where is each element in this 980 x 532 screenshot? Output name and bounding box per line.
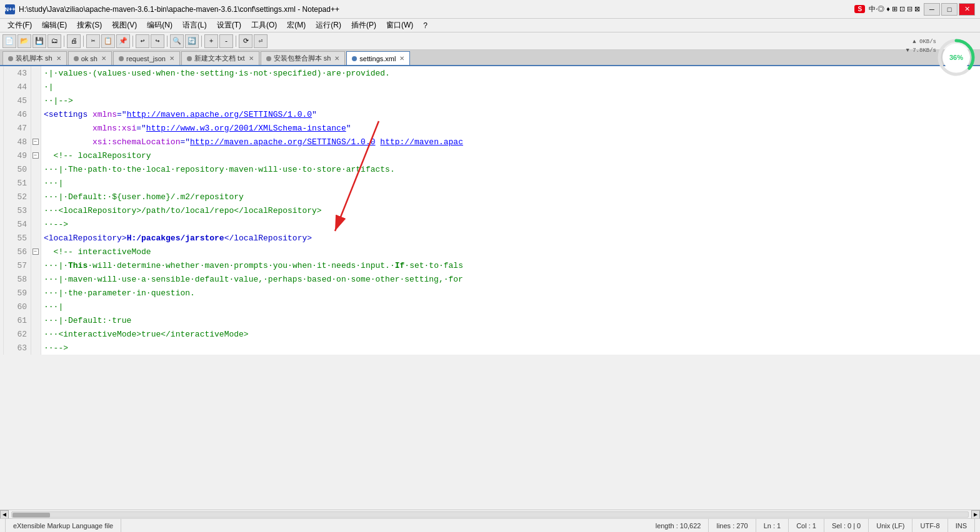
code-line-50: ···|·The·path·to·the·local·repository·ma… (41, 162, 980, 176)
line-url-47: http://www.w3.org/2001/XMLSchema-instanc… (146, 124, 346, 133)
new-button[interactable]: 📄 (2, 34, 16, 48)
line-attr-46: xmlns (92, 110, 117, 119)
line-text-50: ···|·The·path·to·the·local·repository·ma… (44, 165, 395, 174)
tab-settings[interactable]: settings.xml ✕ (346, 51, 410, 65)
line-url2-48 (376, 137, 381, 147)
save-all-button[interactable]: 🗂 (48, 34, 61, 48)
tab-close[interactable]: ✕ (334, 55, 339, 62)
fold-gutter: − − − (31, 66, 41, 355)
line-text-54: ··--> (44, 220, 68, 229)
tab-icon (187, 56, 192, 61)
tab-newfile[interactable]: 新建文本文档 txt ✕ (181, 51, 259, 65)
fold-48[interactable]: − (31, 135, 41, 149)
redo-button[interactable]: ↪ (151, 34, 164, 48)
window-controls[interactable]: ─ □ ✕ (924, 3, 975, 16)
menu-macro[interactable]: 宏(M) (282, 19, 311, 32)
tab-close[interactable]: ✕ (56, 55, 61, 62)
line-url-48: http://maven.apache.org/SETTINGS/1.0.0 (190, 137, 375, 147)
copy-button[interactable]: 📋 (101, 34, 115, 48)
tabbar: 装机脚本 sh ✕ ok sh ✕ request_json ✕ 新建文本文档 … (0, 50, 980, 66)
menu-run[interactable]: 运行(R) (311, 19, 346, 32)
code-line-49: <!-- localRepository (41, 149, 980, 162)
menu-plugin[interactable]: 插件(P) (346, 19, 381, 32)
tab-close[interactable]: ✕ (101, 55, 106, 62)
tab-zhuangji[interactable]: 装机脚本 sh ✕ (2, 51, 67, 65)
line-text-49: <!-- localRepository (54, 151, 151, 160)
maximize-button[interactable]: □ (941, 3, 958, 16)
hscrollbar-track (11, 511, 969, 518)
tab-label: 装机脚本 sh (16, 54, 52, 63)
zoom-out-button[interactable]: - (219, 34, 233, 48)
code-line-47: xmlns:xsi="http://www.w3.org/2001/XMLSch… (41, 121, 980, 135)
line-text-49a (44, 151, 54, 160)
line-url3-48: http://maven.apac (380, 137, 463, 147)
code-line-60: ···| (41, 300, 980, 313)
menu-language[interactable]: 语言(L) (178, 19, 212, 32)
line-num-52: 52 (4, 190, 31, 204)
code-line-51: ···| (41, 176, 980, 190)
fold-space (31, 272, 41, 286)
titlebar-right: S 中·◎ ♦ ⊞ ⊡ ⊟ ⊠ ─ □ ✕ (854, 3, 975, 16)
fold-space (31, 176, 41, 190)
fold-56[interactable]: − (31, 245, 41, 259)
line-text-47a (44, 124, 92, 133)
tab-ok[interactable]: ok sh ✕ (68, 51, 112, 65)
menu-edit[interactable]: 编辑(E) (37, 19, 72, 32)
menu-settings[interactable]: 设置(T) (212, 19, 246, 32)
sep2 (83, 36, 84, 47)
fold-icon-56[interactable]: − (32, 249, 39, 255)
code-line-48: xsi:schemaLocation="http://maven.apache.… (41, 135, 980, 149)
open-button[interactable]: 📂 (18, 34, 31, 48)
menu-search[interactable]: 搜索(S) (72, 19, 107, 32)
zoom-in-button[interactable]: + (204, 34, 218, 48)
menu-view[interactable]: 视图(V) (107, 19, 142, 32)
find-button[interactable]: 🔍 (170, 34, 184, 48)
menu-help[interactable]: ? (418, 20, 432, 31)
line-close-46: " (312, 110, 317, 119)
length-indicator: length : 10,622 (648, 519, 709, 532)
undo-button[interactable]: ↩ (136, 34, 149, 48)
line-text-51: ···| (44, 179, 63, 188)
fold-space (31, 313, 41, 327)
cut-button[interactable]: ✂ (86, 34, 100, 48)
tab-request[interactable]: request_json ✕ (113, 51, 180, 65)
menu-tools[interactable]: 工具(O) (246, 19, 282, 32)
menu-encode[interactable]: 编码(N) (142, 19, 178, 32)
minimize-button[interactable]: ─ (924, 3, 940, 16)
replace-button[interactable]: 🔄 (185, 34, 199, 48)
window-title: H:\study\Java\ziliao\apache-maven-3.6.1-… (19, 5, 339, 14)
systray-icons: 中·◎ ♦ ⊞ ⊡ ⊟ ⊠ (869, 4, 920, 14)
print-button[interactable]: 🖨 (67, 34, 81, 48)
titlebar-left: N++ H:\study\Java\ziliao\apache-maven-3.… (5, 4, 339, 14)
save-button[interactable]: 💾 (32, 34, 46, 48)
line-text-55c: </localRepository> (224, 234, 312, 243)
paste-button[interactable]: 📌 (116, 34, 130, 48)
ln-indicator: Ln : 1 (756, 519, 789, 532)
code-line-46: <settings xmlns="http://maven.apache.org… (41, 107, 980, 121)
line-num-63: 63 (4, 341, 31, 355)
close-button[interactable]: ✕ (959, 3, 975, 16)
fold-icon-49[interactable]: − (32, 152, 39, 159)
menu-window[interactable]: 窗口(W) (381, 19, 418, 32)
tab-close[interactable]: ✕ (399, 55, 404, 62)
line-num-51: 51 (4, 176, 31, 190)
filetype-indicator: eXtensible Markup Language file (5, 519, 121, 532)
line-text-44: ·| (44, 82, 54, 92)
hscrollbar-thumb[interactable] (12, 513, 50, 518)
scroll-left-button[interactable]: ◀ (0, 510, 9, 519)
menu-file[interactable]: 文件(F) (2, 19, 37, 32)
tab-close[interactable]: ✕ (249, 55, 254, 62)
titlebar: N++ H:\study\Java\ziliao\apache-maven-3.… (0, 0, 980, 19)
hscrollbar[interactable]: ◀ ▶ (0, 510, 980, 518)
sync-button[interactable]: ⟳ (239, 34, 252, 48)
download-speed: ▼ 7.8KB/s (906, 46, 936, 55)
wrap-button[interactable]: ⏎ (254, 34, 268, 48)
code-line-61: ···|·Default:·true (41, 313, 980, 327)
eol-text: Unix (LF) (876, 522, 904, 530)
encoding-text: UTF-8 (920, 522, 939, 530)
scroll-right-button[interactable]: ▶ (971, 510, 980, 519)
tab-close[interactable]: ✕ (169, 55, 174, 62)
fold-49[interactable]: − (31, 149, 41, 162)
fold-icon-48[interactable]: − (32, 139, 39, 145)
tab-anzhuang[interactable]: 安装包整合脚本 sh ✕ (261, 51, 346, 65)
